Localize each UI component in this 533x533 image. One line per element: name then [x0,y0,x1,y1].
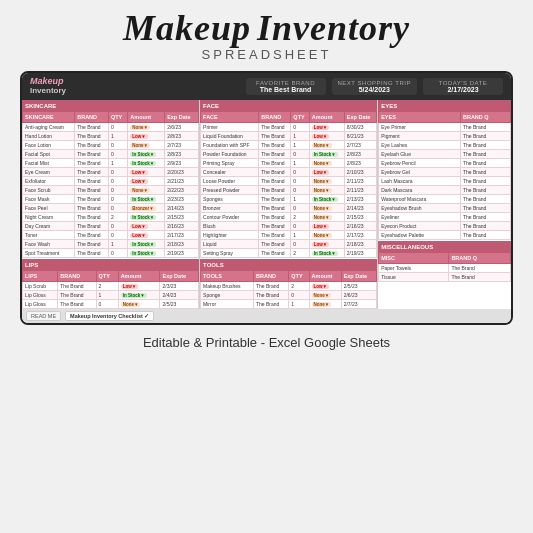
table-row: Lip ScrubThe Brand2Low▼2/3/23 [23,281,199,290]
face-section: FACE FACE BRAND QTY Amount Exp Date Prim… [200,100,378,309]
table-row: ConcealerThe Brand0Low▼2/10/23 [201,167,377,176]
tools-table: TOOLS TOOLS BRAND QTY Amount Exp Date Ma… [200,259,377,309]
face-header: FACE [201,100,377,111]
table-row: Contour PowderThe Brand2None▼2/15/23 [201,212,377,221]
tab-inventory-checklist[interactable]: Makeup Inventory Checklist ✓ [65,311,154,321]
table-row: TissueThe Brand [379,272,511,281]
tools-col-brand: BRAND [254,270,289,281]
eyes-section: EYES EYES BRAND Q Eye PrimerThe Brand Pi… [378,100,511,309]
lips-table: LIPS LIPS BRAND QTY Amount Exp Date Lip … [22,259,199,309]
tools-col-amount: Amount [309,270,341,281]
tools-col-qty: QTY [289,270,309,281]
table-columns: SKINCARE SKINCARE BRAND QTY Amount Exp D… [22,100,511,309]
skincare-col-qty: QTY [108,111,127,122]
face-col-brand: BRAND [259,111,291,122]
favorite-brand-field: Favorite Brand The Best Brand [246,78,326,95]
tools-col-exp: Exp Date [341,270,377,281]
table-row: Makeup BrushesThe Brand2Low▼2/5/23 [201,281,377,290]
table-row: Day CreamThe Brand0Low▼2/16/23 [23,221,199,230]
misc-header: MISCELLANEOUS [379,241,511,252]
table-row: Pressed PowderThe Brand0None▼2/11/23 [201,185,377,194]
table-row: Face PeelThe Brand0Bronzer▼2/14/23 [23,203,199,212]
table-row: Face MaskThe Brand0In Stock▼2/23/23 [23,194,199,203]
lips-header: LIPS [23,259,199,270]
face-col-exp: Exp Date [344,111,376,122]
lips-col-brand: BRAND [58,270,96,281]
next-shopping-value: 5/24/2023 [359,86,390,93]
skincare-col-name: SKINCARE [23,111,75,122]
today-date-value: 2/17/2023 [447,86,478,93]
title-makeup: Makeup [123,10,251,46]
table-row: Eyebrow GelThe Brand [379,167,511,176]
face-col-amount: Amount [309,111,344,122]
eyes-col-brand: BRAND Q [460,111,510,122]
table-row: Loose PowderThe Brand0None▼2/11/23 [201,176,377,185]
table-row: Lip GlossThe Brand0None▼2/5/23 [23,299,199,308]
table-row: Eyecon ProductThe Brand [379,221,511,230]
misc-col-brand: BRAND Q [449,252,511,263]
tools-col-name: TOOLS [201,270,254,281]
table-row: SpongeThe Brand0None▼2/6/23 [201,290,377,299]
misc-table: MISCELLANEOUS MISC BRAND Q Paper TowelsT… [378,241,511,282]
table-row: HighlighterThe Brand1None▼2/17/23 [201,230,377,239]
table-row: BronzerThe Brand0None▼2/14/23 [201,203,377,212]
table-row: BlushThe Brand0Low▼2/16/23 [201,221,377,230]
table-row: Eye LashesThe Brand [379,140,511,149]
ss-fields: Favorite Brand The Best Brand Next Shopp… [74,78,503,95]
table-row: Lip GlossThe Brand1In Stock▼2/4/23 [23,290,199,299]
ss-logo: Makeup Inventory [30,77,66,96]
table-row: TonerThe Brand0Low▼2/17/23 [23,230,199,239]
table-row: Eye PrimerThe Brand [379,122,511,131]
table-row: SpongesThe Brand1In Stock▼2/13/23 [201,194,377,203]
skincare-header: SKINCARE [23,100,199,111]
lips-col-amount: Amount [118,270,160,281]
favorite-brand-value: The Best Brand [260,86,312,93]
ss-header: Makeup Inventory Favorite Brand The Best… [22,73,511,100]
today-date-field: Today's Date 2/17/2023 [423,78,503,95]
table-row: MirrorThe Brand1None▼2/7/23 [201,299,377,308]
ss-body: SKINCARE SKINCARE BRAND QTY Amount Exp D… [22,100,511,309]
spreadsheet-container: Makeup Inventory Favorite Brand The Best… [20,71,513,325]
face-table: FACE FACE BRAND QTY Amount Exp Date Prim… [200,100,377,258]
table-row: Spot TreatmentThe Brand0In Stock▼2/19/23 [23,248,199,257]
table-row: Lash MascaraThe Brand [379,176,511,185]
skincare-section: SKINCARE SKINCARE BRAND QTY Amount Exp D… [22,100,200,309]
misc-col-name: MISC [379,252,449,263]
table-row: Eyelash GlueThe Brand [379,149,511,158]
skincare-table: SKINCARE SKINCARE BRAND QTY Amount Exp D… [22,100,199,258]
eyes-col-name: EYES [379,111,461,122]
bottom-text: Editable & Printable - Excel Google Shee… [143,335,390,350]
table-row: Face WashThe Brand1In Stock▼2/18/23 [23,239,199,248]
lips-col-qty: QTY [96,270,118,281]
table-row: LiquidThe Brand0Low▼2/18/23 [201,239,377,248]
table-row: Hand LotionThe Brand1Low▼2/8/23 [23,131,199,140]
table-row: Setting SprayThe Brand2In Stock▼2/19/23 [201,248,377,257]
table-row: Anti-aging CreamThe Brand0None▼2/6/23 [23,122,199,131]
table-row: Face LotionThe Brand0None▼2/7/23 [23,140,199,149]
table-row: Eyeshadow BrushThe Brand [379,203,511,212]
face-col-name: FACE [201,111,259,122]
table-row: Paper TowelsThe Brand [379,263,511,272]
table-row: Facial MistThe Brand1In Stock▼2/9/23 [23,158,199,167]
table-row: Night CreamThe Brand2In Stock▼2/15/23 [23,212,199,221]
table-row: Facial SpotThe Brand0In Stock▼2/8/23 [23,149,199,158]
table-row: EyelinerThe Brand [379,212,511,221]
table-row: Liquid FoundationThe Brand1Low▼8/21/23 [201,131,377,140]
top-section: Makeup Inventory Spreadsheet [0,0,533,65]
next-shopping-field: Next Shopping Trip 5/24/2023 [332,78,417,95]
tab-read-me[interactable]: READ ME [26,311,61,321]
tools-header: TOOLS [201,259,377,270]
table-row: Eyebrow PencilThe Brand [379,158,511,167]
eyes-header: EYES [379,100,511,111]
face-col-qty: QTY [291,111,309,122]
table-row: Eye CreamThe Brand0Low▼2/20/23 [23,167,199,176]
eyes-table: EYES EYES BRAND Q Eye PrimerThe Brand Pi… [378,100,511,240]
table-row: ExfoliatorThe Brand0Low▼2/21/23 [23,176,199,185]
title-area: Makeup Inventory Spreadsheet [123,10,410,61]
skincare-col-exp: Exp Date [165,111,199,122]
table-row: Waterproof MascaraThe Brand [379,194,511,203]
table-row: Foundation with SPFThe Brand1None▼2/7/23 [201,140,377,149]
table-row: PigmentThe Brand [379,131,511,140]
table-row: Powder FoundationThe Brand0In Stock▼2/8/… [201,149,377,158]
skincare-col-amount: Amount [128,111,165,122]
